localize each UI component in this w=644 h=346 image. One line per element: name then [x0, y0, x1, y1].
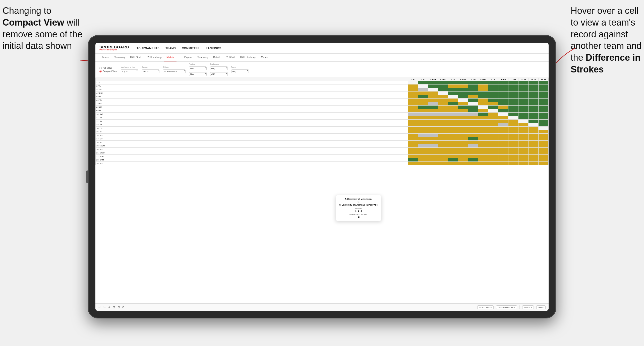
matrix-cell[interactable] [448, 141, 458, 144]
matrix-cell[interactable] [488, 88, 498, 92]
matrix-cell[interactable] [458, 99, 468, 102]
matrix-cell[interactable] [418, 99, 428, 102]
matrix-cell[interactable] [529, 137, 539, 141]
matrix-cell[interactable] [488, 158, 498, 162]
radio-compact-view[interactable]: Compact View [99, 70, 117, 72]
matrix-cell[interactable] [498, 99, 508, 102]
matrix-cell[interactable] [518, 134, 529, 137]
nav-rankings[interactable]: RANKINGS [206, 47, 221, 50]
matrix-cell[interactable] [478, 141, 488, 144]
matrix-cell[interactable] [438, 109, 448, 113]
matrix-cell[interactable] [478, 99, 488, 102]
matrix-cell[interactable] [438, 137, 448, 141]
matrix-cell[interactable] [539, 88, 549, 92]
matrix-cell[interactable] [488, 92, 498, 95]
matrix-cell[interactable] [458, 155, 468, 158]
matrix-cell[interactable] [539, 155, 549, 158]
undo-button[interactable]: ↩ [98, 306, 101, 309]
matrix-cell[interactable] [448, 113, 458, 116]
region-select1[interactable]: N/A [189, 66, 207, 70]
matrix-cell[interactable] [428, 155, 438, 158]
matrix-cell[interactable] [408, 116, 418, 120]
matrix-cell[interactable] [529, 109, 539, 113]
matrix-cell[interactable] [408, 81, 418, 84]
matrix-cell[interactable] [438, 113, 448, 116]
matrix-cell[interactable] [448, 144, 458, 148]
matrix-cell[interactable] [508, 137, 518, 141]
matrix-cell[interactable] [408, 134, 418, 137]
gender-select[interactable]: Men's [142, 69, 159, 73]
matrix-cell[interactable] [408, 148, 418, 151]
matrix-cell[interactable] [539, 99, 549, 102]
matrix-cell[interactable] [438, 106, 448, 109]
matrix-cell[interactable] [428, 116, 438, 120]
matrix-cell[interactable] [468, 130, 478, 134]
conference-select2[interactable]: (All) [210, 72, 228, 76]
matrix-cell[interactable] [478, 95, 488, 99]
matrix-cell[interactable] [408, 141, 418, 144]
matrix-cell[interactable] [529, 120, 539, 123]
matrix-cell[interactable] [518, 88, 529, 92]
matrix-cell[interactable] [428, 137, 438, 141]
matrix-cell[interactable] [508, 155, 518, 158]
nav-tournaments[interactable]: TOURNAMENTS [137, 47, 159, 50]
matrix-cell[interactable] [508, 134, 518, 137]
matrix-cell[interactable] [529, 92, 539, 95]
matrix-cell[interactable] [539, 148, 549, 151]
matrix-cell[interactable] [508, 113, 518, 116]
matrix-cell[interactable] [539, 106, 549, 109]
matrix-cell[interactable] [518, 141, 529, 144]
toolbar-icon1[interactable]: ⬇ [108, 306, 110, 309]
matrix-cell[interactable] [468, 155, 478, 158]
matrix-cell[interactable] [488, 134, 498, 137]
matrix-cell[interactable] [478, 109, 488, 113]
save-custom-button[interactable]: Save Custom View [496, 305, 517, 309]
matrix-cell[interactable] [468, 127, 478, 130]
matrix-cell[interactable] [448, 88, 458, 92]
matrix-cell[interactable] [468, 116, 478, 120]
matrix-cell[interactable] [539, 102, 549, 106]
matrix-cell[interactable] [448, 127, 458, 130]
matrix-cell[interactable] [468, 148, 478, 151]
matrix-cell[interactable] [478, 155, 488, 158]
matrix-cell[interactable] [529, 84, 539, 88]
matrix-cell[interactable] [438, 134, 448, 137]
matrix-cell[interactable] [408, 137, 418, 141]
matrix-cell[interactable] [418, 144, 428, 148]
matrix-cell[interactable] [458, 141, 468, 144]
matrix-cell[interactable] [539, 123, 549, 127]
matrix-cell[interactable] [428, 84, 438, 88]
matrix-cell[interactable] [438, 102, 448, 106]
matrix-cell[interactable] [428, 162, 438, 165]
matrix-cell[interactable] [478, 81, 488, 84]
matrix-cell[interactable] [438, 158, 448, 162]
radio-full-view[interactable]: Full View [99, 67, 117, 69]
matrix-cell[interactable] [478, 116, 488, 120]
matrix-cell[interactable] [438, 99, 448, 102]
matrix-cell[interactable] [529, 81, 539, 84]
matrix-cell[interactable] [438, 88, 448, 92]
matrix-cell[interactable] [428, 134, 438, 137]
matrix-cell[interactable] [498, 127, 508, 130]
matrix-cell[interactable] [408, 92, 418, 95]
matrix-cell[interactable] [478, 151, 488, 155]
matrix-cell[interactable] [468, 120, 478, 123]
watch-button[interactable]: Watch ▾ [522, 305, 534, 309]
matrix-cell[interactable] [498, 84, 508, 88]
matrix-cell[interactable] [448, 106, 458, 109]
matrix-cell[interactable] [488, 151, 498, 155]
matrix-cell[interactable] [418, 127, 428, 130]
tab-h2h-grid[interactable]: H2H Grid [128, 54, 143, 61]
matrix-cell[interactable] [478, 134, 488, 137]
matrix-cell[interactable] [468, 141, 478, 144]
matrix-cell[interactable] [508, 81, 518, 84]
tab-detail[interactable]: Detail [211, 54, 222, 61]
share-button[interactable]: Share [536, 305, 546, 309]
matrix-cell[interactable] [438, 95, 448, 99]
matrix-cell[interactable] [428, 127, 438, 130]
matrix-cell[interactable] [458, 109, 468, 113]
matrix-cell[interactable] [518, 137, 529, 141]
matrix-cell[interactable] [488, 144, 498, 148]
matrix-cell[interactable] [488, 141, 498, 144]
matrix-cell[interactable] [529, 127, 539, 130]
